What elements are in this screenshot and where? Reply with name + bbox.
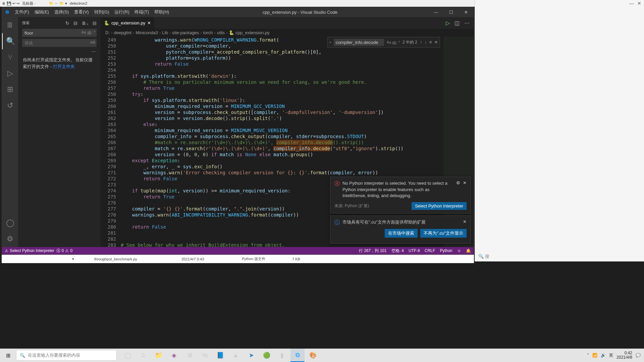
- line-gutter: 249 250 251 252 253 254 255 256 257 258 …: [101, 36, 121, 247]
- cortana-icon[interactable]: ⧮: [136, 349, 150, 362]
- regex-icon[interactable]: .*: [93, 30, 95, 34]
- window-title: cpp_extension.py - Visual Studio Code: [172, 10, 428, 15]
- collapse-icon[interactable]: ⊟: [93, 20, 97, 26]
- app-icon[interactable]: 🖥: [182, 349, 197, 362]
- whole-word-icon[interactable]: ab: [87, 30, 91, 34]
- bg-close-icon[interactable]: ✕: [637, 1, 641, 6]
- app-icon-2[interactable]: 📘: [213, 349, 227, 362]
- open-folder-link[interactable]: 打开文件夹: [53, 64, 75, 69]
- notification-python-interpreter: ⓧ No Python interpreter is selected. You…: [330, 177, 471, 214]
- sync-icon[interactable]: ↺: [2, 98, 18, 114]
- status-interpreter[interactable]: ⚠ Select Python Interpreter: [5, 248, 54, 253]
- new-file-icon[interactable]: 🗎₊: [82, 20, 89, 26]
- start-button[interactable]: ⊞: [0, 349, 16, 362]
- menu-view[interactable]: 查看(V): [71, 7, 91, 17]
- visualstudio-icon[interactable]: ◈: [167, 349, 181, 362]
- task-view-icon[interactable]: ◯: [121, 349, 135, 362]
- settings-gear-icon[interactable]: ⚙: [2, 231, 18, 247]
- chrome-icon[interactable]: 🟢: [260, 349, 274, 362]
- tab-cpp-extension[interactable]: 🐍 cpp_extension.py ✕: [101, 17, 155, 29]
- dont-show-button[interactable]: 不再为".cu"文件显示: [420, 229, 467, 238]
- menu-go[interactable]: 转到(G): [92, 7, 112, 17]
- find-count: 2 中的 2: [402, 40, 417, 45]
- menu-file[interactable]: 文件(F): [12, 7, 32, 17]
- editor-tabs: 🐍 cpp_extension.py ✕ ▷ ◫ ⋯: [101, 17, 474, 29]
- extensions-icon[interactable]: ⊞: [2, 81, 18, 98]
- vscode-window: ⧉ 文件(F) 编辑(E) 选择(S) 查看(V) 转到(G) 运行(R) 终端…: [2, 7, 474, 255]
- search-marketplace-button[interactable]: 在市场中搜索: [385, 229, 418, 238]
- match-case-icon[interactable]: Aa: [82, 30, 86, 34]
- run-file-icon[interactable]: ▷: [446, 20, 450, 26]
- preserve-case-icon[interactable]: AB: [90, 40, 95, 44]
- explorer-icon[interactable]: 🗎: [2, 17, 18, 33]
- find-input[interactable]: [334, 39, 384, 46]
- file-date: 2021/4/7 0:43: [181, 257, 204, 261]
- python-file-icon: 🐍: [229, 30, 234, 35]
- find-case-icon[interactable]: Aa ab .*: [387, 40, 400, 44]
- status-encoding[interactable]: UTF-8: [409, 248, 420, 253]
- find-expand-icon[interactable]: ›: [330, 40, 331, 45]
- find-next-icon[interactable]: ↓: [425, 40, 427, 45]
- python-file-icon: 🐍: [104, 20, 109, 25]
- status-language[interactable]: Python: [440, 248, 452, 253]
- find-close-icon[interactable]: ✕: [434, 40, 438, 45]
- close-icon[interactable]: ✕: [463, 219, 467, 224]
- notifications-icon[interactable]: 💬: [636, 353, 641, 358]
- replace-input[interactable]: [22, 39, 97, 47]
- wifi-icon[interactable]: 📶: [592, 353, 597, 358]
- bg-search-label: 🔍 搜: [478, 253, 489, 259]
- status-bell-icon[interactable]: 🔔: [466, 248, 471, 253]
- taskbar-search[interactable]: 🔍 在这里输入你要搜索的内容: [16, 350, 117, 361]
- find-selection-icon[interactable]: ≡: [429, 40, 432, 45]
- maximize-button[interactable]: ☐: [443, 7, 459, 17]
- taskbar: ⊞ 🔍 在这里输入你要搜索的内容 ◯ ⧮ 📁 ◈ 🖥 🛍 📘 ▲ ➤ 🟢 ▮ ⧉…: [0, 349, 644, 362]
- clear-icon[interactable]: ⊟: [73, 20, 77, 26]
- notification-message: No Python interpreter is selected. You n…: [342, 180, 451, 199]
- gear-icon[interactable]: ⚙: [456, 180, 460, 185]
- app-icon-3[interactable]: ➤: [244, 349, 258, 362]
- notification-source: 来源: Python (扩展): [334, 203, 369, 209]
- menu-edit[interactable]: 编辑(E): [32, 7, 52, 17]
- refresh-icon[interactable]: ↻: [65, 20, 69, 26]
- find-widget: › Aa ab .* 2 中的 2 ↑ ↓ ≡ ✕: [327, 37, 440, 48]
- status-feedback-icon[interactable]: ☺: [457, 248, 461, 253]
- account-icon[interactable]: ◯: [2, 215, 18, 231]
- store-icon[interactable]: 🛍: [198, 349, 212, 362]
- error-icon: ⓧ: [334, 180, 340, 187]
- menu-selection[interactable]: 选择(S): [52, 7, 71, 17]
- bg-minimize-icon[interactable]: —: [629, 1, 634, 6]
- menu-terminal[interactable]: 终端(T): [132, 7, 152, 17]
- status-problems[interactable]: ⓧ 0 ⚠ 0: [56, 248, 72, 254]
- more-actions-icon[interactable]: ⋯: [464, 20, 470, 26]
- minimize-button[interactable]: —: [428, 7, 443, 17]
- toggle-details-icon[interactable]: ⋯: [18, 49, 101, 54]
- os-quick-icons: 🗎 💾 ↩ ↪: [0, 1, 19, 6]
- menu-bar: 文件(F) 编辑(E) 选择(S) 查看(V) 转到(G) 运行(R) 终端(T…: [12, 7, 172, 17]
- tab-close-icon[interactable]: ✕: [147, 20, 151, 25]
- menu-help[interactable]: 帮助(H): [152, 7, 172, 17]
- status-eol[interactable]: CRLF: [425, 248, 435, 253]
- status-indent[interactable]: 空格: 4: [391, 248, 404, 254]
- close-button[interactable]: ✕: [459, 7, 474, 17]
- search-icon[interactable]: 🔍: [2, 33, 18, 49]
- close-icon[interactable]: ✕: [463, 180, 467, 185]
- cmake-icon[interactable]: ▲: [229, 349, 243, 362]
- tray-expand-icon[interactable]: ˄: [587, 353, 589, 358]
- explorer-taskbar-icon[interactable]: 📁: [152, 349, 166, 362]
- sidebar-title: 搜索: [22, 20, 65, 25]
- status-cursor[interactable]: 行 267，列 101: [359, 248, 387, 254]
- volume-icon[interactable]: 🔊: [601, 353, 606, 358]
- os-folder-icons: 📁 ← 📁 ▾: [49, 1, 67, 6]
- terminal-icon[interactable]: ▮: [275, 349, 289, 362]
- breadcrumb[interactable]: D:› deepglint› Miniconda3› Lib› site-pac…: [101, 29, 474, 36]
- run-debug-icon[interactable]: ▷: [2, 65, 18, 81]
- select-interpreter-button[interactable]: Select Python Interpreter: [412, 202, 467, 210]
- source-control-icon[interactable]: ⑂: [2, 49, 18, 65]
- vscode-taskbar-icon[interactable]: ⧉: [290, 349, 305, 362]
- find-prev-icon[interactable]: ↑: [420, 40, 422, 45]
- clock[interactable]: 0:42 2021/4/8: [616, 351, 632, 360]
- paint-icon[interactable]: 🎨: [306, 349, 320, 362]
- menu-run[interactable]: 运行(R): [112, 7, 132, 17]
- ime-indicator[interactable]: 英: [609, 353, 613, 358]
- split-editor-icon[interactable]: ◫: [454, 20, 460, 26]
